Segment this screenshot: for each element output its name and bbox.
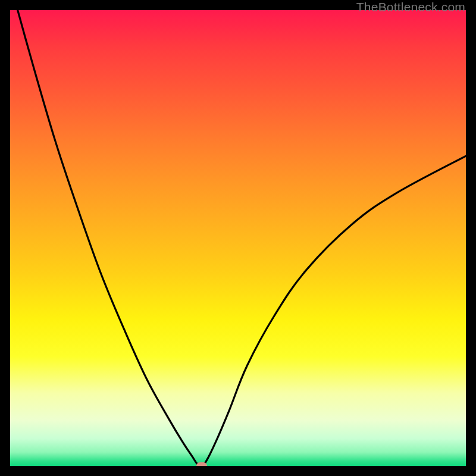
curve-svg [10, 10, 466, 466]
bottleneck-curve [10, 10, 466, 466]
plot-area [10, 10, 466, 466]
optimal-point-marker [196, 462, 207, 466]
chart-frame [10, 10, 466, 466]
watermark-text: TheBottleneck.com [356, 0, 465, 14]
